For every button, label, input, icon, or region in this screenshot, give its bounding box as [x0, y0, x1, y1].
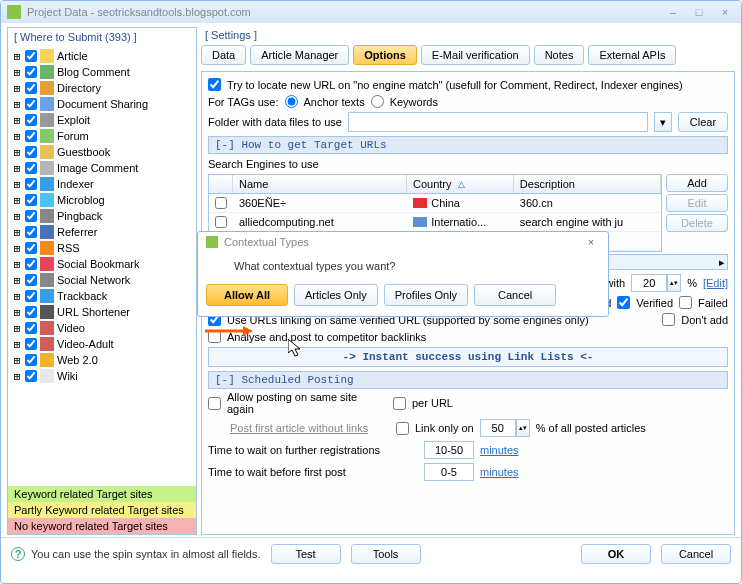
dialog-close-button[interactable]: ×	[582, 236, 600, 248]
tab-external-apis[interactable]: External APIs	[588, 45, 676, 65]
engine-checkbox[interactable]	[25, 210, 37, 222]
minimize-button[interactable]: –	[663, 6, 683, 18]
engine-tree-item[interactable]: ⊞Directory	[12, 80, 192, 96]
engine-checkbox[interactable]	[25, 146, 37, 158]
expand-icon[interactable]: ⊞	[12, 290, 22, 303]
try-locate-checkbox[interactable]	[208, 78, 221, 91]
engine-tree[interactable]: ⊞Article⊞Blog Comment⊞Directory⊞Document…	[8, 46, 196, 486]
verified-checkbox[interactable]	[617, 296, 630, 309]
expand-icon[interactable]: ⊞	[12, 226, 22, 239]
test-button[interactable]: Test	[271, 544, 341, 564]
expand-icon[interactable]: ⊞	[12, 146, 22, 159]
engine-tree-item[interactable]: ⊞Pingback	[12, 208, 192, 224]
tab-notes[interactable]: Notes	[534, 45, 585, 65]
engine-tree-item[interactable]: ⊞Video	[12, 320, 192, 336]
tools-button[interactable]: Tools	[351, 544, 421, 564]
add-button[interactable]: Add	[666, 174, 728, 192]
folder-dropdown-button[interactable]: ▾	[654, 112, 672, 132]
expand-icon[interactable]: ⊞	[12, 274, 22, 287]
engine-checkbox[interactable]	[25, 50, 37, 62]
expand-icon[interactable]: ⊞	[12, 82, 22, 95]
engine-tree-item[interactable]: ⊞Document Sharing	[12, 96, 192, 112]
engine-tree-item[interactable]: ⊞RSS	[12, 240, 192, 256]
engine-checkbox[interactable]	[25, 306, 37, 318]
engine-checkbox[interactable]	[25, 82, 37, 94]
engine-tree-item[interactable]: ⊞Microblog	[12, 192, 192, 208]
col-name[interactable]: Name	[233, 175, 407, 193]
maximize-button[interactable]: □	[689, 6, 709, 18]
edit-button[interactable]: Edit	[666, 194, 728, 212]
table-row[interactable]: alliedcomputing.netInternatio...search e…	[209, 213, 661, 232]
engine-tree-item[interactable]: ⊞Social Bookmark	[12, 256, 192, 272]
engine-tree-item[interactable]: ⊞Article	[12, 48, 192, 64]
delete-button[interactable]: Delete	[666, 214, 728, 232]
link-only-checkbox[interactable]	[396, 422, 409, 435]
dont-add-checkbox[interactable]	[662, 313, 675, 326]
tab-data[interactable]: Data	[201, 45, 246, 65]
engine-tree-item[interactable]: ⊞Exploit	[12, 112, 192, 128]
keywords-radio[interactable]	[371, 95, 384, 108]
minutes-link-2[interactable]: minutes	[480, 466, 519, 478]
anchor-texts-radio[interactable]	[285, 95, 298, 108]
expand-icon[interactable]: ⊞	[12, 130, 22, 143]
expand-icon[interactable]: ⊞	[12, 210, 22, 223]
ok-button[interactable]: OK	[581, 544, 651, 564]
engine-tree-item[interactable]: ⊞Social Network	[12, 272, 192, 288]
row-checkbox[interactable]	[215, 216, 227, 228]
failed-checkbox[interactable]	[679, 296, 692, 309]
engine-tree-item[interactable]: ⊞Guestbook	[12, 144, 192, 160]
engine-tree-item[interactable]: ⊞Video-Adult	[12, 336, 192, 352]
expand-icon[interactable]: ⊞	[12, 338, 22, 351]
engine-checkbox[interactable]	[25, 98, 37, 110]
expand-icon[interactable]: ⊞	[12, 258, 22, 271]
engine-checkbox[interactable]	[25, 290, 37, 302]
engine-checkbox[interactable]	[25, 242, 37, 254]
engine-tree-item[interactable]: ⊞Forum	[12, 128, 192, 144]
expand-icon[interactable]: ⊞	[12, 306, 22, 319]
engine-tree-item[interactable]: ⊞Blog Comment	[12, 64, 192, 80]
clear-button[interactable]: Clear	[678, 112, 728, 132]
allow-same-site-checkbox[interactable]	[208, 397, 221, 410]
analyse-checkbox[interactable]	[208, 330, 221, 343]
instant-success-link[interactable]: -> Instant success using Link Lists <-	[208, 347, 728, 367]
col-description[interactable]: Description	[514, 175, 661, 193]
tab-options[interactable]: Options	[353, 45, 417, 65]
engine-checkbox[interactable]	[25, 226, 37, 238]
wait-reg-input[interactable]	[424, 441, 474, 459]
target-urls-section[interactable]: [-] How to get Target URLs	[208, 136, 728, 154]
engine-tree-item[interactable]: ⊞Wiki	[12, 368, 192, 384]
engine-checkbox[interactable]	[25, 370, 37, 382]
query-count-input[interactable]	[631, 274, 667, 292]
engine-tree-item[interactable]: ⊞Image Comment	[12, 160, 192, 176]
engine-checkbox[interactable]	[25, 354, 37, 366]
articles-only-button[interactable]: Articles Only	[294, 284, 378, 306]
minutes-link-1[interactable]: minutes	[480, 444, 519, 456]
expand-icon[interactable]: ⊞	[12, 162, 22, 175]
close-button[interactable]: ×	[715, 6, 735, 18]
expand-icon[interactable]: ⊞	[12, 354, 22, 367]
engine-tree-item[interactable]: ⊞Web 2.0	[12, 352, 192, 368]
engine-checkbox[interactable]	[25, 274, 37, 286]
per-url-checkbox[interactable]	[393, 397, 406, 410]
query-spin-buttons[interactable]: ▴▾	[667, 274, 681, 292]
engine-tree-item[interactable]: ⊞Referrer	[12, 224, 192, 240]
dialog-cancel-button[interactable]: Cancel	[474, 284, 556, 306]
link-only-input[interactable]	[480, 419, 516, 437]
expand-icon[interactable]: ⊞	[12, 370, 22, 383]
link-only-spin[interactable]: ▴▾	[516, 419, 530, 437]
expand-icon[interactable]: ⊞	[12, 98, 22, 111]
expand-icon[interactable]: ⊞	[12, 66, 22, 79]
engine-checkbox[interactable]	[25, 178, 37, 190]
engine-checkbox[interactable]	[25, 130, 37, 142]
engine-checkbox[interactable]	[25, 258, 37, 270]
engine-tree-item[interactable]: ⊞URL Shortener	[12, 304, 192, 320]
profiles-only-button[interactable]: Profiles Only	[384, 284, 468, 306]
wait-first-input[interactable]	[424, 463, 474, 481]
engine-checkbox[interactable]	[25, 66, 37, 78]
expand-icon[interactable]: ⊞	[12, 322, 22, 335]
engine-checkbox[interactable]	[25, 162, 37, 174]
tab-e-mail-verification[interactable]: E-Mail verification	[421, 45, 530, 65]
expand-icon[interactable]: ⊞	[12, 178, 22, 191]
edit-link[interactable]: [Edit]	[703, 277, 728, 289]
expand-icon[interactable]: ⊞	[12, 50, 22, 63]
